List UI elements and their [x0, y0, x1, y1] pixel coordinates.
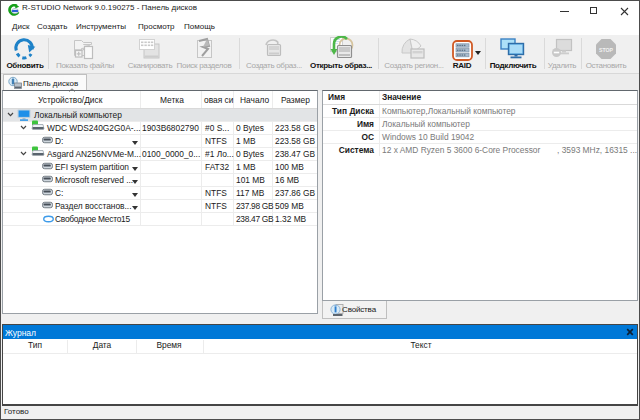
svg-text:STOP: STOP — [599, 47, 614, 53]
